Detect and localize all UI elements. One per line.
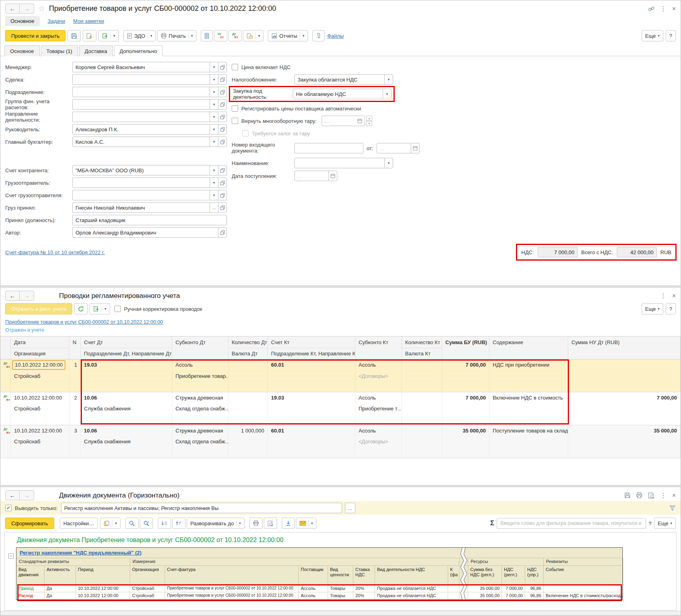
dropdown-icon[interactable]: ▾ [210,62,218,72]
dropdown-icon[interactable]: ▾ [384,74,393,85]
subnav-tasks[interactable]: Задачи [48,18,65,24]
dropdown-icon[interactable]: ▾ [210,177,218,188]
register-row-expense[interactable]: Расход Да 10.10.2022 12:00:00 Стройснаб … [16,592,622,600]
expand-groups-button[interactable] [172,518,186,529]
link-icon[interactable] [648,6,654,12]
invoice-link[interactable]: Счет-фактура № 10 от 10 октября 2022 г. [5,249,105,255]
dropdown-icon[interactable]: ▾ [210,190,218,200]
open-icon[interactable] [218,87,227,97]
manual-adjust-checkbox[interactable] [114,306,121,312]
tab-delivery[interactable]: Доставка [79,45,113,56]
print-button[interactable] [249,518,263,529]
collapse-group-icon[interactable]: − [8,553,14,559]
post-button[interactable] [83,30,96,41]
register-link[interactable]: Регистр накопления "НДС предъявленный" (… [20,550,141,556]
back-arrow-icon[interactable]: ← [5,490,20,500]
settings-button[interactable]: Настройки… [60,518,98,529]
dropdown-icon[interactable]: ▾ [210,112,218,122]
more-vert-icon[interactable]: ⋮ [660,492,667,499]
dropdown-icon[interactable]: ▾ [210,137,218,147]
chief-accountant-field[interactable]: Кислов А.С. [72,137,210,147]
receipt-date-field[interactable]: . . [294,171,329,181]
help-link[interactable]: ? [648,520,652,526]
create-based-on-button[interactable]: ▾ [90,303,110,314]
report-variants-button[interactable]: ▾ [100,518,120,529]
reflect-button[interactable]: Отразить в регл. учете [5,303,72,314]
open-icon[interactable] [218,124,227,135]
create-based-on-button[interactable]: ▾ [98,30,119,41]
incoming-date-field[interactable]: . . [377,143,411,153]
close-icon[interactable]: × [672,6,676,12]
dropdown-icon[interactable]: ▾ [210,87,218,97]
sum-sigma-icon[interactable]: Σ [490,519,494,527]
open-icon[interactable] [218,202,227,213]
dropdown-icon[interactable]: ▾ [210,74,218,85]
deal-field[interactable] [72,74,210,85]
consignor-account-field[interactable] [72,190,210,200]
forward-arrow-icon[interactable]: → [20,291,34,301]
show-only-checkbox[interactable]: ✔ [5,505,12,511]
author-field[interactable]: Орлов Александр Владимирович [72,227,218,238]
posting-row[interactable]: ДтКт 10.10.2022 12:00:00Стройснаб 3 10.0… [0,425,681,458]
horizontal-scrollbar[interactable] [0,611,681,615]
head-field[interactable]: Александров П.К. [72,124,210,135]
calendar-icon[interactable] [328,171,337,181]
open-icon[interactable] [218,99,227,110]
filter-funnel-icon[interactable] [669,505,676,511]
close-icon[interactable]: × [672,492,676,499]
price-includes-vat-checkbox[interactable] [232,64,238,70]
date-spinner[interactable]: ▴▾ [366,116,372,126]
open-icon[interactable] [218,227,227,238]
reports-button[interactable]: Отчеты▾ [268,30,308,41]
send-mail-button[interactable]: ▾ [296,518,317,529]
preview-icon[interactable] [648,492,654,499]
dropdown-icon[interactable]: ▾ [210,99,218,110]
incoming-number-field[interactable] [294,143,363,153]
fin-group-field[interactable] [72,99,210,110]
dropdown-icon[interactable]: ▾ [383,89,391,99]
posting-row[interactable]: ДтКт 10.10.2022 12:00:00Стройснаб 2 10.0… [0,392,681,425]
help-button[interactable]: ? [666,303,676,314]
cargo-accepted-field[interactable]: Гнесин Николай Николаевич [72,202,210,213]
post-and-close-button[interactable]: Провести и закрыть [5,30,65,41]
tab-additional[interactable]: Дополнительно [114,45,163,56]
open-icon[interactable] [218,62,227,72]
ellipsis-icon[interactable]: ... [345,503,355,513]
show-only-field[interactable]: Регистр накопления Активы и пассивы; Рег… [61,503,342,513]
register-records-button[interactable] [201,30,213,41]
taxation-select[interactable]: Закупка облагается НДС [294,74,385,85]
register-row-income[interactable]: Приход Да 10.10.2022 12:00:00 Стройснаб … [16,585,622,592]
search-reset-button[interactable] [140,518,153,529]
manager-field[interactable]: Королев Сергей Васильевич [72,62,210,72]
printer-icon[interactable] [636,492,642,498]
tab-main[interactable]: Основное [4,45,40,56]
report-filter-input[interactable] [497,518,646,529]
ellipsis-icon[interactable]: ... [210,202,218,213]
open-icon[interactable] [218,112,227,122]
collapse-groups-button[interactable] [158,518,171,529]
current-cell[interactable]: 10.10.2022 12:00:00 [12,360,65,370]
attach-button[interactable] [312,30,324,41]
purchase-activity-select[interactable]: Не облагаемую НДС [293,89,383,99]
close-icon[interactable]: × [672,293,676,299]
name-select[interactable] [294,158,385,168]
open-icon[interactable] [218,74,227,85]
open-icon[interactable] [218,177,227,188]
forward-arrow-icon[interactable]: → [20,490,34,500]
expand-to-button[interactable]: Разворачивать до▾ [187,518,245,529]
department-field[interactable] [72,87,210,97]
accepted-position-field[interactable]: Старший кладовщик [72,215,227,225]
dt-kt-button[interactable]: ДтКт [228,30,242,41]
postings-document-link[interactable]: Приобретение товаров и услуг СБ00-000002… [5,319,163,325]
counterparty-account-field[interactable]: "МБА-МОСКВА" ООО (RUB) [72,165,210,175]
back-arrow-icon[interactable]: ← [5,291,20,301]
tab-goods[interactable]: Товары (1) [41,45,78,56]
forward-arrow-icon[interactable]: → [20,4,34,14]
back-arrow-icon[interactable]: ← [5,4,20,14]
refresh-button[interactable] [74,303,88,314]
open-icon[interactable] [218,137,227,147]
activity-direction-field[interactable] [72,112,210,122]
dr-cr-button[interactable]: DrCr [214,30,227,41]
open-icon[interactable] [218,165,227,175]
save-icon[interactable] [624,492,630,498]
